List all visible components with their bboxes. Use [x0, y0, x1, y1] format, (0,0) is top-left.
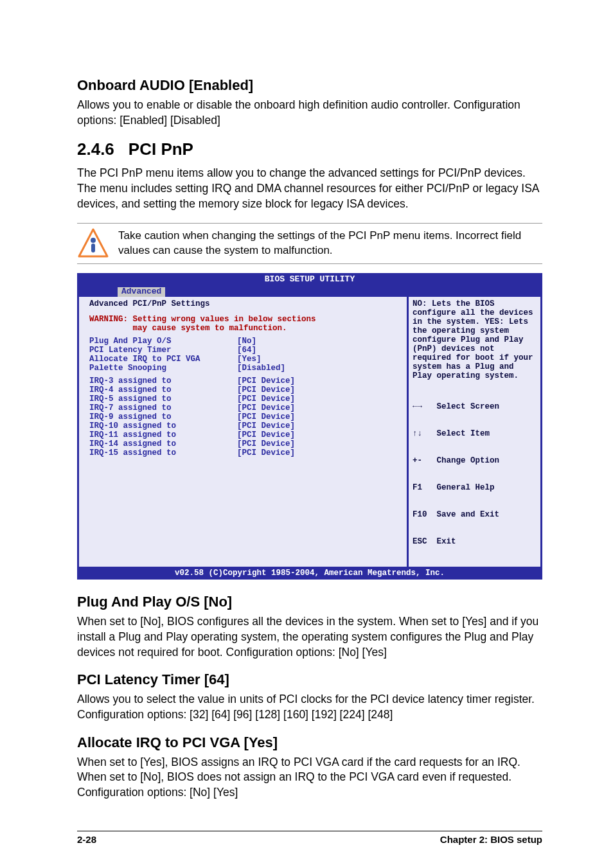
- bios-option-pci-latency[interactable]: PCI Latency Timer[64]: [89, 346, 400, 355]
- svg-rect-2: [91, 244, 95, 252]
- bios-copyright: v02.58 (C)Copyright 1985-2004, American …: [79, 569, 540, 578]
- bios-warning: WARNING: Setting wrong values in below s…: [89, 315, 400, 333]
- plus-minus-icon: +-: [413, 456, 432, 465]
- arrows-lr-icon: ←→: [413, 402, 432, 411]
- bios-option-palette-snooping[interactable]: Palette Snooping[Disabled]: [89, 364, 400, 373]
- bios-screenshot: BIOS SETUP UTILITY Advanced Advanced PCI…: [77, 273, 542, 580]
- caution-text: Take caution when changing the settings …: [118, 229, 542, 258]
- heading-pci-pnp: 2.4.6PCI PnP: [77, 139, 542, 159]
- bios-tab-advanced[interactable]: Advanced: [118, 287, 165, 297]
- caution-note: Take caution when changing the settings …: [77, 223, 542, 264]
- bios-option-irq7[interactable]: IRQ-7 assigned to[PCI Device]: [89, 403, 400, 412]
- arrows-ud-icon: ↑↓: [413, 429, 432, 438]
- bios-right-pane: NO: Lets the BIOS configure all the devi…: [409, 297, 540, 569]
- bios-option-irq14[interactable]: IRQ-14 assigned to[PCI Device]: [89, 439, 400, 448]
- bios-option-irq5[interactable]: IRQ-5 assigned to[PCI Device]: [89, 394, 400, 403]
- text-onboard-audio: Allows you to enable or disable the onbo…: [77, 98, 542, 128]
- warning-icon: [77, 227, 109, 260]
- heading-onboard-audio: Onboard AUDIO [Enabled]: [77, 77, 542, 94]
- bios-option-irq3[interactable]: IRQ-3 assigned to[PCI Device]: [89, 376, 400, 385]
- bios-subheading: Advanced PCI/PnP Settings: [89, 299, 400, 308]
- bios-help-text: NO: Lets the BIOS configure all the devi…: [413, 299, 537, 380]
- chapter-label: Chapter 2: BIOS setup: [440, 834, 542, 845]
- key-esc-icon: ESC: [413, 537, 432, 546]
- bios-left-pane: Advanced PCI/PnP Settings WARNING: Setti…: [79, 297, 409, 569]
- bios-option-irq10[interactable]: IRQ-10 assigned to[PCI Device]: [89, 421, 400, 430]
- page-number: 2-28: [77, 834, 96, 845]
- bios-option-irq4[interactable]: IRQ-4 assigned to[PCI Device]: [89, 385, 400, 394]
- heading-pci-latency: PCI Latency Timer [64]: [77, 671, 542, 688]
- bios-nav-legend: ←→ Select Screen ↑↓ Select Item +- Chang…: [413, 384, 537, 564]
- text-plug-and-play: When set to [No], BIOS configures all th…: [77, 614, 542, 660]
- section-number: 2.4.6: [77, 139, 114, 159]
- bios-option-irq11[interactable]: IRQ-11 assigned to[PCI Device]: [89, 430, 400, 439]
- bios-option-allocate-irq[interactable]: Allocate IRQ to PCI VGA[Yes]: [89, 355, 400, 364]
- page-footer: 2-28 Chapter 2: BIOS setup: [77, 831, 542, 845]
- heading-allocate-irq: Allocate IRQ to PCI VGA [Yes]: [77, 734, 542, 751]
- bios-title: BIOS SETUP UTILITY: [79, 275, 540, 285]
- text-pci-pnp-intro: The PCI PnP menu items allow you to chan…: [77, 166, 542, 211]
- svg-point-1: [91, 238, 96, 243]
- section-title: PCI PnP: [129, 139, 193, 159]
- text-pci-latency: Allows you to select the value in units …: [77, 692, 542, 722]
- heading-plug-and-play: Plug And Play O/S [No]: [77, 594, 542, 610]
- bios-option-irq15[interactable]: IRQ-15 assigned to[PCI Device]: [89, 448, 400, 457]
- bios-option-irq9[interactable]: IRQ-9 assigned to[PCI Device]: [89, 412, 400, 421]
- key-f1-icon: F1: [413, 483, 432, 492]
- bios-option-plug-and-play[interactable]: Plug And Play O/S[No]: [89, 337, 400, 346]
- key-f10-icon: F10: [413, 510, 432, 519]
- text-allocate-irq: When set to [Yes], BIOS assigns an IRQ t…: [77, 755, 542, 801]
